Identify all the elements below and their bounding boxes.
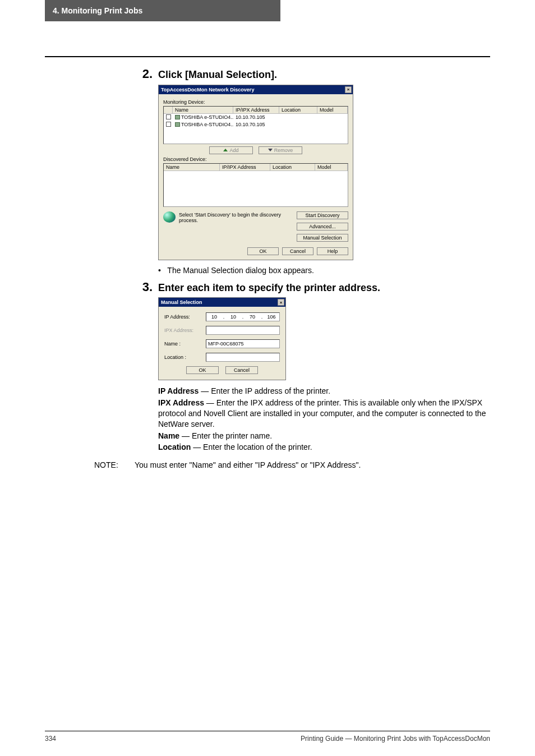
discovery-hint-row: Select 'Start Discovery' to begin the di…	[163, 211, 348, 242]
row-ip: 10.10.70.105	[233, 122, 279, 128]
manual-selection-dialog: Manual Selection × IP Address: 10. 10. 7…	[158, 297, 286, 380]
add-button[interactable]: Add	[209, 146, 253, 154]
header-tab-text: 4. Monitoring Print Jobs	[53, 6, 142, 15]
bullet-text: The Manual Selection dialog box appears.	[167, 266, 314, 275]
col-name: Name	[164, 164, 220, 170]
location-input[interactable]	[206, 353, 280, 362]
table-row[interactable]: TOSHIBA e-STUDIO4... 10.10.70.105	[164, 121, 348, 128]
col-ip: IP/IPX Address	[233, 107, 279, 113]
monitoring-device-list[interactable]: Name IP/IPX Address Location Model TOSHI…	[163, 106, 348, 144]
printer-icon	[175, 122, 180, 127]
note-label: NOTE:	[94, 460, 135, 469]
manual-selection-screenshot: Manual Selection × IP Address: 10. 10. 7…	[158, 297, 490, 380]
header-tab: 4. Monitoring Print Jobs	[45, 0, 280, 21]
step-2: 2. Click [Manual Selection].	[45, 67, 490, 81]
row-name: TOSHIBA e-STUDIO4...	[181, 122, 233, 127]
col-location: Location	[279, 107, 317, 113]
col-model: Model	[315, 164, 348, 170]
bullet-line: • The Manual Selection dialog box appear…	[158, 266, 490, 275]
triangle-up-icon	[223, 149, 228, 151]
ip-rest: — Enter the IP address of the printer.	[199, 386, 330, 395]
note-text: You must enter "Name" and either "IP Add…	[135, 460, 490, 469]
loc-rest: — Enter the location of the printer.	[191, 442, 312, 451]
table-row[interactable]: TOSHIBA e-STUDIO4... 10.10.70.105	[164, 114, 348, 121]
checkbox-icon[interactable]	[166, 114, 171, 119]
footer-title: Printing Guide — Monitoring Print Jobs w…	[301, 735, 490, 743]
location-label: Location :	[164, 354, 206, 360]
ipx-address-input	[206, 326, 280, 335]
advanced-button[interactable]: Advanced...	[297, 223, 348, 231]
dialog-bottom-buttons: OK Cancel	[164, 366, 280, 374]
dialog-title-text: Manual Selection	[161, 299, 202, 305]
ipx-address-label: IPX Address:	[164, 328, 206, 333]
discovered-device-list[interactable]: Name IP/IPX Address Location Model	[163, 163, 348, 207]
step-2-number: 2.	[133, 67, 153, 81]
add-remove-row: Add Remove	[163, 146, 348, 154]
name-rest: — Enter the printer name.	[179, 431, 272, 440]
content: 2. Click [Manual Selection]. TopAccessDo…	[45, 67, 490, 469]
ip-bold: IP Address	[158, 386, 199, 395]
row-name: TOSHIBA e-STUDIO4...	[181, 114, 233, 120]
step-3-text: Enter each item to specify the printer a…	[158, 282, 380, 294]
list-header: Name IP/IPX Address Location Model	[164, 107, 348, 114]
cancel-button[interactable]: Cancel	[282, 247, 313, 255]
name-input[interactable]: MFP-00C68075	[206, 339, 280, 348]
ipx-rest: — Enter the IPX address of the printer. …	[158, 398, 486, 428]
row-ip: 10.10.70.105	[233, 114, 279, 121]
page-number: 334	[45, 735, 56, 743]
name-label: Name :	[164, 341, 206, 347]
dialog-titlebar: Manual Selection ×	[159, 298, 285, 307]
ip-octet-3[interactable]: 70	[245, 314, 260, 320]
footer: 334 Printing Guide — Monitoring Print Jo…	[45, 731, 490, 743]
col-location: Location	[270, 164, 315, 170]
remove-button[interactable]: Remove	[259, 146, 302, 154]
dialog-body: Monitoring Device: Name IP/IPX Address L…	[159, 94, 353, 260]
step-3: 3. Enter each item to specify the printe…	[45, 280, 490, 294]
step-3-number: 3.	[133, 280, 153, 294]
list-header: Name IP/IPX Address Location Model	[164, 164, 348, 171]
discovery-hint-text: Select 'Start Discovery' to begin the di…	[179, 211, 297, 224]
cancel-button[interactable]: Cancel	[225, 366, 258, 374]
ipx-bold: IPX Address	[158, 398, 204, 407]
description-block: IP Address — Enter the IP address of the…	[158, 386, 490, 453]
triangle-down-icon	[268, 149, 273, 151]
note-row: NOTE: You must enter "Name" and either "…	[45, 460, 490, 469]
col-model: Model	[317, 107, 348, 113]
top-divider	[45, 56, 490, 57]
globe-icon	[163, 211, 176, 223]
dialog-body: IP Address: 10. 10. 70. 106 IPX Address:	[159, 307, 285, 380]
col-ip: IP/IPX Address	[220, 164, 270, 170]
network-discovery-dialog: TopAccessDocMon Network Discovery × Moni…	[158, 85, 353, 260]
ip-address-label: IP Address:	[164, 314, 206, 320]
dialog-titlebar: TopAccessDocMon Network Discovery ×	[159, 85, 353, 94]
monitoring-device-label: Monitoring Device:	[163, 99, 348, 105]
close-icon[interactable]: ×	[278, 299, 284, 306]
help-button[interactable]: Help	[317, 247, 348, 255]
ip-address-input[interactable]: 10. 10. 70. 106	[206, 312, 280, 321]
close-icon[interactable]: ×	[345, 86, 352, 93]
ok-button[interactable]: OK	[186, 366, 219, 374]
loc-bold: Location	[158, 442, 191, 451]
discovered-device-label: Discovered Device:	[163, 156, 348, 162]
ip-octet-4[interactable]: 106	[264, 314, 279, 320]
ip-octet-2[interactable]: 10	[225, 314, 241, 320]
ip-octet-1[interactable]: 10	[206, 314, 222, 320]
dialog-title-text: TopAccessDocMon Network Discovery	[161, 87, 254, 93]
manual-selection-button[interactable]: Manual Selection	[297, 234, 348, 242]
start-discovery-button[interactable]: Start Discovery	[297, 211, 348, 219]
col-name: Name	[173, 107, 233, 113]
network-discovery-screenshot: TopAccessDocMon Network Discovery × Moni…	[158, 85, 490, 260]
dialog-bottom-buttons: OK Cancel Help	[163, 247, 348, 255]
name-bold: Name	[158, 431, 179, 440]
ok-button[interactable]: OK	[247, 247, 279, 255]
checkbox-icon[interactable]	[166, 122, 171, 127]
printer-icon	[175, 115, 180, 119]
step-2-text: Click [Manual Selection].	[158, 68, 277, 81]
